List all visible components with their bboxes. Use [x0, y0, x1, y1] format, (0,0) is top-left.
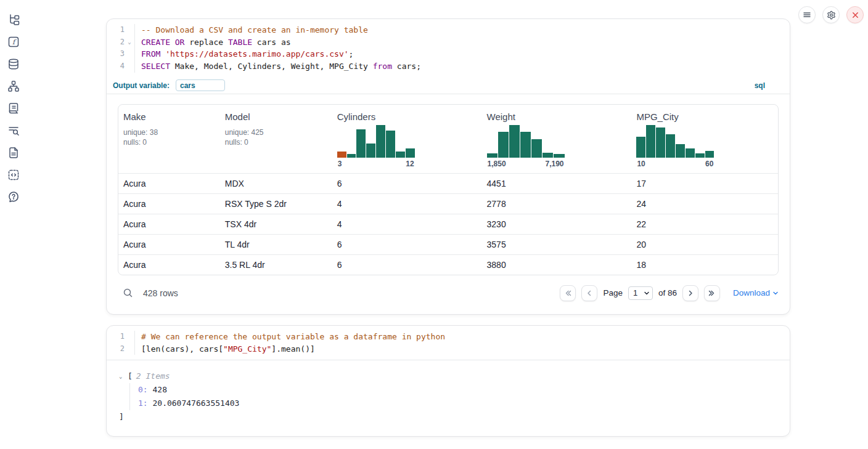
table-cell: 2778 [482, 193, 632, 214]
fold-spacer [125, 48, 134, 60]
table-row[interactable]: Acura3.5 RL 4dr6388018 [118, 254, 778, 275]
previous-page-button[interactable] [581, 285, 597, 301]
code-line[interactable]: 3FROM 'https://datasets.marimo.app/cars.… [107, 48, 790, 60]
last-page-button[interactable] [704, 285, 720, 301]
function-icon[interactable]: f [7, 36, 20, 48]
column-header-model[interactable]: Modelunique: 425nulls: 0 [220, 105, 332, 173]
next-page-button[interactable] [682, 285, 698, 301]
histogram-bar [386, 131, 395, 158]
fold-spacer [125, 331, 134, 343]
column-header-mpg_city[interactable]: MPG_City1060 [631, 105, 778, 173]
database-icon[interactable] [7, 58, 20, 70]
sql-code-editor[interactable]: 1-- Download a CSV and create an in-memo… [107, 19, 790, 78]
table-cell: 3880 [482, 254, 632, 275]
histogram-bar [676, 144, 685, 158]
scratchpad-icon[interactable] [7, 102, 20, 115]
column-header-cylinders[interactable]: Cylinders312 [332, 105, 482, 173]
column-name: Weight [487, 111, 627, 122]
file-tree-icon[interactable] [7, 14, 20, 26]
tree-item-value: 20.060747663551403 [148, 398, 240, 408]
table-row[interactable]: AcuraTL 4dr6357520 [118, 234, 778, 254]
documentation-icon[interactable] [7, 147, 20, 159]
axis-min-label: 1,850 [488, 160, 506, 168]
histogram-bars [337, 124, 415, 158]
histogram-bar [520, 132, 531, 158]
output-variable-label: Output variable: [113, 81, 170, 90]
tree-item[interactable]: 1: 20.060747663551403 [138, 397, 779, 410]
search-icon[interactable] [123, 288, 133, 298]
histogram-bar [356, 129, 366, 158]
line-gutter: 1 [107, 24, 135, 36]
table-cell: 20 [631, 234, 778, 254]
line-gutter: 2⌄ [107, 36, 135, 49]
fold-spacer [125, 343, 134, 355]
menu-icon [803, 10, 811, 19]
help-icon[interactable] [7, 191, 20, 203]
menu-button[interactable] [798, 6, 816, 23]
histogram-axis-labels: 312 [337, 160, 415, 168]
tree-item[interactable]: 0: 428 [138, 383, 779, 397]
table-cell: 18 [631, 254, 778, 275]
histogram-bar [636, 137, 645, 157]
table-cell: 6 [332, 234, 482, 254]
dependency-graph-icon[interactable] [7, 80, 20, 92]
download-label: Download [733, 288, 770, 297]
table-cell: 22 [631, 214, 778, 234]
table-cell: 24 [631, 193, 778, 214]
settings-button[interactable] [822, 6, 840, 23]
histogram-bar [686, 148, 695, 158]
histogram-bar [337, 152, 346, 158]
code-line[interactable]: 2⌄CREATE OR replace TABLE cars as [107, 36, 790, 49]
table-row[interactable]: AcuraMDX6445117 [118, 173, 778, 193]
python-code-editor[interactable]: 1# We can reference the output variable … [107, 326, 790, 360]
snippets-icon[interactable] [7, 169, 20, 181]
code-line[interactable]: 1# We can reference the output variable … [107, 331, 790, 343]
notebook-area: 1-- Download a CSV and create an in-memo… [106, 18, 790, 437]
table-row[interactable]: AcuraTSX 4dr4323022 [118, 214, 778, 234]
table-row[interactable]: AcuraRSX Type S 2dr4277824 [118, 193, 778, 214]
column-name: Make [123, 111, 215, 122]
bracket-open: [ [128, 370, 133, 383]
table-cell: Acura [118, 234, 220, 254]
logs-search-icon[interactable] [7, 124, 20, 137]
page-total-label: of 86 [658, 288, 677, 297]
page-select[interactable]: 1 [628, 286, 653, 300]
line-gutter: 2 [107, 343, 135, 355]
line-number: 2 [108, 343, 125, 355]
code-text: SELECT Make, Model, Cylinders, Weight, M… [135, 60, 421, 73]
code-text: [len(cars), cars["MPG_City"].mean()] [135, 343, 315, 355]
histogram-bar [509, 125, 520, 157]
table-cell: 17 [631, 173, 778, 193]
notebook-actions [798, 6, 864, 23]
column-histogram[interactable]: 1060 [636, 124, 714, 168]
axis-min-label: 10 [637, 160, 645, 168]
histogram-bar [656, 127, 665, 158]
histogram-bars [487, 124, 565, 158]
settings-gear-icon [827, 10, 836, 20]
axis-max-label: 7,190 [546, 160, 564, 168]
collapse-chevron-icon[interactable]: ⌄ [119, 370, 126, 383]
output-variable-input[interactable] [176, 79, 225, 91]
table-cell: TL 4dr [220, 234, 332, 254]
code-line[interactable]: 1-- Download a CSV and create an in-memo… [107, 24, 790, 36]
column-name: MPG_City [636, 111, 773, 122]
column-header-make[interactable]: Makeunique: 38nulls: 0 [118, 105, 220, 173]
python-cell: 1# We can reference the output variable … [106, 325, 790, 437]
sidebar: f [0, 0, 27, 449]
column-histogram[interactable]: 312 [337, 124, 415, 168]
histogram-bar [666, 134, 675, 158]
table-cell: 6 [332, 173, 482, 193]
fold-chevron-icon[interactable]: ⌄ [125, 36, 134, 49]
code-line[interactable]: 2[len(cars), cars["MPG_City"].mean()] [107, 343, 790, 355]
column-header-weight[interactable]: Weight1,8507,190 [482, 105, 632, 173]
histogram-bar [498, 132, 509, 158]
column-name: Model [225, 111, 327, 122]
shutdown-button[interactable] [846, 6, 864, 23]
download-button[interactable]: Download [733, 288, 779, 297]
first-page-button[interactable] [560, 285, 576, 301]
column-histogram[interactable]: 1,8507,190 [487, 124, 565, 168]
histogram-axis-labels: 1060 [636, 160, 714, 168]
code-line[interactable]: 4SELECT Make, Model, Cylinders, Weight, … [107, 60, 790, 73]
histogram-bar [396, 152, 405, 158]
table-cell: Acura [118, 214, 220, 234]
